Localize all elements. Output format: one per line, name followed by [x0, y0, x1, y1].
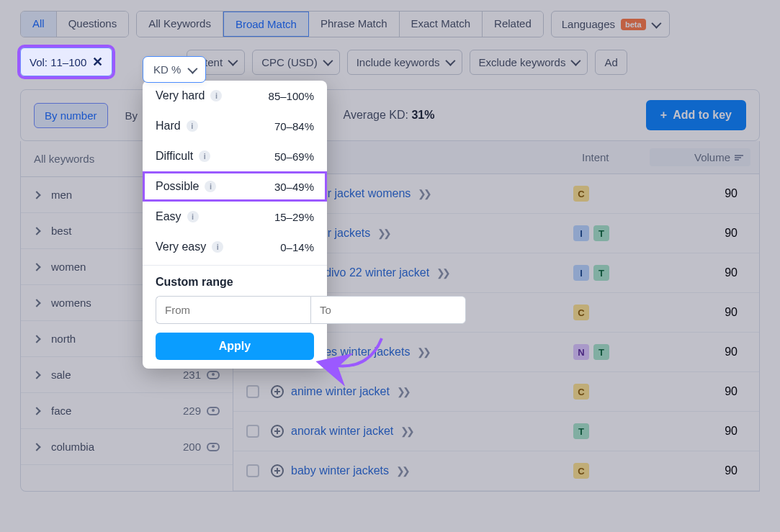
plus-icon: + — [660, 109, 667, 122]
intent-badge-t: T — [573, 423, 589, 439]
sort-icon — [735, 155, 743, 161]
tab-questions[interactable]: Questions — [57, 12, 129, 37]
kd-option-very-hard[interactable]: Very hard i 85–100% — [143, 81, 327, 111]
intent-badge-n: N — [573, 344, 589, 360]
add-icon[interactable] — [271, 385, 284, 398]
keyword-link[interactable]: anime winter jacket — [291, 385, 390, 398]
sidebar-item[interactable]: face 229 — [21, 393, 233, 429]
stats-bar: By number By s: 9,259 Total volume: 270,… — [20, 89, 760, 141]
advanced-filter[interactable]: Ad — [595, 50, 627, 75]
kd-option-possible[interactable]: Possible i 30–49% — [143, 171, 327, 202]
kd-option-label: Very hard — [156, 89, 205, 102]
tab-related[interactable]: Related — [483, 12, 543, 37]
chevron-double-right-icon[interactable]: ❯❯ — [400, 425, 412, 437]
sidebar-item-label: columbia — [51, 441, 94, 453]
eye-icon — [207, 371, 220, 379]
tab-all-keywords[interactable]: All Keywords — [137, 12, 223, 37]
kd-option-hard[interactable]: Hard i 70–84% — [143, 111, 327, 141]
chevron-double-right-icon[interactable]: ❯❯ — [418, 188, 429, 199]
sidebar-item-count: 200 — [183, 441, 201, 453]
chevron-down-icon — [651, 18, 661, 28]
volume-value: 90 — [645, 464, 746, 477]
sidebar-item-label: men — [51, 189, 72, 201]
tab-all[interactable]: All — [21, 12, 57, 37]
close-icon[interactable]: ✕ — [92, 54, 103, 70]
chevron-right-icon — [32, 191, 40, 199]
kd-option-easy[interactable]: Easy i 15–29% — [143, 202, 327, 232]
kd-option-very-easy[interactable]: Very easy i 0–14% — [143, 232, 327, 262]
chevron-right-icon — [32, 227, 40, 235]
eye-icon — [207, 443, 220, 451]
volume-value: 90 — [645, 385, 746, 398]
kd-option-label: Easy — [156, 210, 181, 223]
chevron-double-right-icon[interactable]: ❯❯ — [397, 386, 408, 397]
keyword-link[interactable]: anorak winter jacket — [291, 425, 393, 438]
chevron-double-right-icon[interactable]: ❯❯ — [377, 227, 389, 239]
by-other-button[interactable]: By — [125, 109, 138, 122]
kd-option-label: Hard — [156, 120, 181, 132]
table-row: anorak winter jacket ❯❯ T 90 — [233, 412, 759, 451]
chevron-down-icon — [188, 63, 198, 73]
chevron-right-icon — [32, 263, 40, 271]
kd-option-range: 85–100% — [269, 90, 314, 102]
by-number-button[interactable]: By number — [34, 103, 108, 128]
info-icon[interactable]: i — [210, 90, 222, 102]
sidebar-item-label: women — [51, 261, 86, 273]
cpc-filter-label: CPC (USD) — [261, 56, 318, 68]
cpc-filter[interactable]: CPC (USD) — [252, 50, 340, 75]
custom-range-label: Custom range — [143, 266, 327, 296]
row-checkbox[interactable] — [246, 425, 259, 438]
intent-badge-c: C — [573, 384, 589, 400]
custom-to-input[interactable] — [310, 296, 466, 324]
th-intent[interactable]: Intent — [582, 151, 654, 163]
chevron-double-right-icon[interactable]: ❯❯ — [396, 465, 408, 477]
add-icon[interactable] — [271, 425, 284, 438]
include-keywords-filter[interactable]: Include keywords — [347, 50, 462, 75]
sidebar-item[interactable]: columbia 200 — [21, 429, 233, 465]
intent-badge-c: C — [573, 305, 589, 320]
info-icon[interactable]: i — [212, 241, 223, 253]
volume-value: 90 — [645, 266, 746, 279]
volume-value: 90 — [645, 425, 746, 438]
languages-label: Languages — [562, 18, 615, 30]
sidebar-item-count: 231 — [183, 369, 201, 381]
custom-from-input[interactable] — [156, 296, 310, 324]
chevron-down-icon — [445, 56, 455, 66]
intent-badges: IT — [573, 225, 645, 241]
intent-badge-c: C — [573, 186, 589, 202]
eye-icon — [207, 407, 220, 415]
intent-badges: C — [573, 463, 645, 479]
info-icon[interactable]: i — [205, 181, 216, 192]
kd-filter-open[interactable]: KD % — [143, 56, 206, 83]
kd-option-label: Possible — [156, 180, 199, 193]
kd-filter-label: KD % — [153, 63, 181, 76]
tab-phrase-match[interactable]: Phrase Match — [309, 12, 400, 37]
intent-badge-t: T — [593, 344, 609, 360]
add-to-keyword-button[interactable]: + Add to key — [646, 100, 746, 130]
tab-broad-match[interactable]: Broad Match — [223, 12, 309, 37]
add-icon[interactable] — [271, 464, 284, 477]
volume-value: 90 — [645, 187, 746, 200]
keyword-link[interactable]: baby winter jackets — [291, 464, 389, 477]
apply-button[interactable]: Apply — [156, 333, 314, 360]
kd-option-range: 15–29% — [274, 211, 314, 223]
exclude-keywords-filter[interactable]: Exclude keywords — [470, 50, 588, 75]
sidebar-item-label: north — [51, 333, 76, 345]
row-checkbox[interactable] — [246, 464, 259, 477]
info-icon[interactable]: i — [199, 150, 210, 162]
info-icon[interactable]: i — [187, 211, 199, 222]
kd-dropdown: Very hard i 85–100%Hard i 70–84%Difficul… — [143, 81, 327, 369]
intent-badge-t: T — [593, 225, 609, 241]
chevron-double-right-icon[interactable]: ❯❯ — [436, 267, 448, 279]
match-type-tabs: All Questions All Keywords Broad Match P… — [20, 11, 760, 37]
intent-badge-i: I — [573, 265, 589, 281]
row-checkbox[interactable] — [246, 385, 259, 398]
info-icon[interactable]: i — [187, 120, 198, 132]
chevron-double-right-icon[interactable]: ❯❯ — [417, 346, 429, 358]
kd-option-difficult[interactable]: Difficult i 50–69% — [143, 141, 327, 171]
th-volume[interactable]: Volume — [650, 148, 750, 166]
tab-exact-match[interactable]: Exact Match — [400, 12, 483, 37]
volume-filter-chip[interactable]: Vol: 11–100 ✕ — [20, 48, 112, 76]
languages-dropdown[interactable]: Languages beta — [551, 11, 670, 37]
chevron-right-icon — [32, 335, 40, 343]
